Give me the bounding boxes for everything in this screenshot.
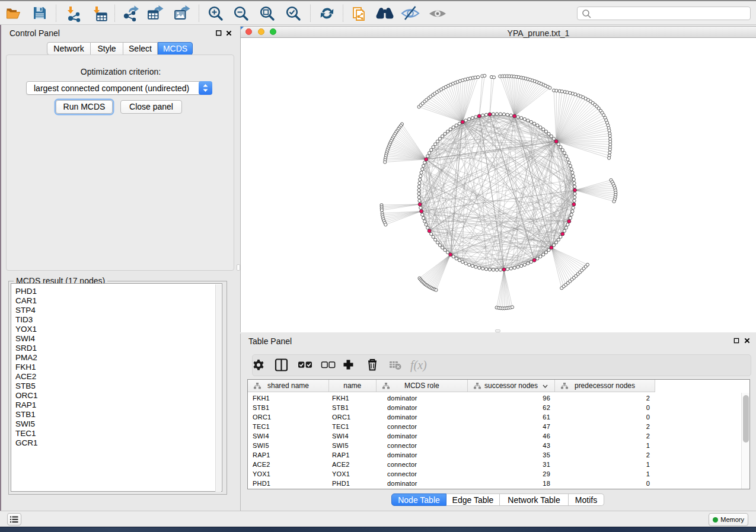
svg-text:f(x): f(x) (410, 358, 427, 372)
